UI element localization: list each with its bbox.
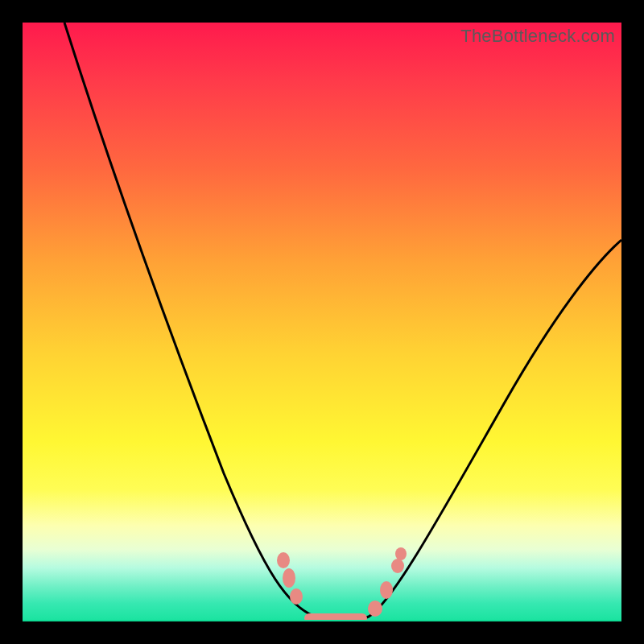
watermark-text: TheBottleneck.com: [460, 26, 615, 47]
marker-dot: [395, 547, 407, 560]
curve-path: [64, 23, 621, 621]
marker-dot: [290, 588, 303, 605]
marker-dot: [391, 559, 404, 573]
marker-dot: [283, 568, 295, 588]
bottleneck-curve: [23, 23, 621, 621]
marker-dot: [277, 552, 290, 568]
trough-markers: [277, 547, 407, 621]
plot-area: TheBottleneck.com: [23, 23, 621, 621]
marker-dot: [380, 581, 393, 599]
chart-frame: TheBottleneck.com: [0, 0, 644, 644]
baseline: [23, 620, 621, 621]
marker-dot: [368, 601, 382, 617]
